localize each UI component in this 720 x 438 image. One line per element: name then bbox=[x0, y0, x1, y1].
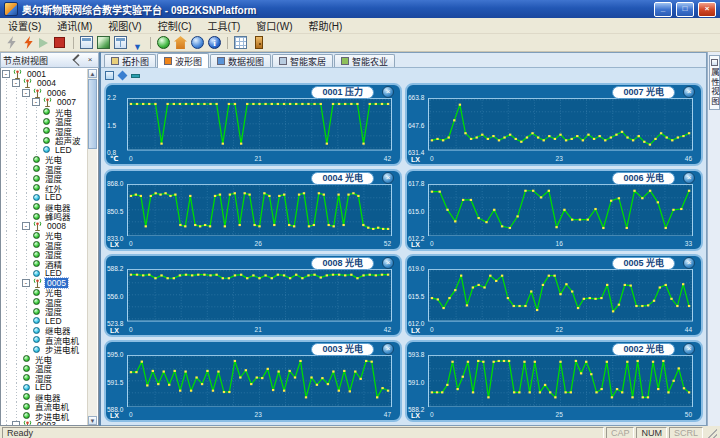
user-blue-icon[interactable] bbox=[191, 36, 204, 49]
y-axis-tick: 2.2 bbox=[107, 94, 126, 101]
table-icon[interactable] bbox=[234, 36, 247, 49]
snapshot-icon[interactable] bbox=[105, 71, 114, 80]
info-blue-icon[interactable] bbox=[208, 36, 221, 49]
chart-close-button[interactable]: × bbox=[382, 343, 394, 355]
window-new-icon[interactable] bbox=[80, 36, 93, 49]
menu-item-6[interactable]: 帮助(H) bbox=[300, 18, 350, 33]
status-scrl: SCRL bbox=[669, 427, 703, 438]
minimize-button[interactable]: _ bbox=[654, 2, 672, 17]
lightning-red-icon[interactable] bbox=[22, 36, 35, 49]
expand-box-icon[interactable]: - bbox=[12, 79, 20, 87]
tree-node-0001[interactable]: -0001 bbox=[2, 69, 88, 79]
expand-box-icon[interactable]: - bbox=[22, 89, 30, 97]
menu-item-4[interactable]: 工具(T) bbox=[200, 18, 249, 33]
x-axis-tick: 0 bbox=[430, 240, 434, 247]
scroll-down-icon[interactable]: ▼ bbox=[88, 416, 97, 425]
tree-sensor-湿度[interactable]: 湿度 bbox=[2, 373, 88, 383]
tree-node-0006[interactable]: -0006 bbox=[2, 88, 88, 98]
tree-sensor-LED[interactable]: LED bbox=[2, 269, 88, 279]
tree-sensor-湿度[interactable]: 湿度 bbox=[2, 307, 88, 317]
bulb-green-icon bbox=[23, 403, 30, 410]
chart-close-button[interactable]: × bbox=[382, 257, 394, 269]
chart-close-button[interactable]: × bbox=[683, 343, 695, 355]
tree-sensor-蜂鸣器[interactable]: 蜂鸣器 bbox=[2, 212, 88, 222]
tree-node-0003[interactable]: -0003 bbox=[2, 421, 88, 426]
chart-close-button[interactable]: × bbox=[683, 257, 695, 269]
lightning-grey-icon[interactable] bbox=[5, 36, 18, 49]
image-icon[interactable] bbox=[97, 36, 110, 49]
scroll-thumb[interactable] bbox=[88, 79, 97, 149]
tree-sensor-温度[interactable]: 温度 bbox=[2, 117, 88, 127]
tree-sensor-步进电机[interactable]: 步进电机 bbox=[2, 411, 88, 421]
chart-close-button[interactable]: × bbox=[382, 172, 394, 184]
stop-icon[interactable] bbox=[54, 37, 65, 48]
resize-grip[interactable] bbox=[705, 427, 717, 438]
tab-data-view[interactable]: 数据视图 bbox=[210, 54, 271, 67]
property-view-tab[interactable]: 属性视图 bbox=[709, 55, 720, 110]
arrow-down-icon[interactable] bbox=[131, 36, 144, 49]
chart-close-button[interactable]: × bbox=[683, 86, 695, 98]
clock-green-icon[interactable] bbox=[157, 36, 170, 49]
tab-waveform[interactable]: 波形图 bbox=[157, 53, 209, 68]
x-axis-tick: 0 bbox=[430, 155, 434, 162]
chart-close-button[interactable]: × bbox=[683, 172, 695, 184]
tab-smart-home[interactable]: 智能家居 bbox=[272, 54, 333, 67]
dash-icon[interactable] bbox=[131, 74, 140, 78]
tab-smart-farm[interactable]: 智能农业 bbox=[334, 54, 395, 67]
play-icon[interactable] bbox=[39, 38, 48, 48]
antenna-icon bbox=[32, 221, 43, 231]
menu-item-5[interactable]: 窗口(W) bbox=[248, 18, 300, 33]
tree-scrollbar[interactable]: ▲ ▼ bbox=[87, 69, 97, 425]
chart-title: 0002 光电 bbox=[612, 343, 675, 356]
y-axis-tick: 647.6 bbox=[408, 122, 427, 129]
close-button[interactable]: × bbox=[698, 2, 716, 17]
tree-node-0007[interactable]: -0007 bbox=[2, 98, 88, 108]
chart-plot bbox=[428, 269, 693, 322]
tab-topology[interactable]: 拓扑图 bbox=[104, 54, 156, 67]
expand-box-icon[interactable]: - bbox=[12, 421, 20, 425]
menu-item-0[interactable]: 设置(S) bbox=[0, 18, 49, 33]
tree-sensor-超声波[interactable]: 超声波 bbox=[2, 136, 88, 146]
home-orange-icon[interactable] bbox=[174, 36, 187, 49]
diamond-icon[interactable] bbox=[118, 70, 128, 80]
chart-panel-0001: 0001 压力×2.21.50.802142℃ bbox=[104, 83, 402, 166]
status-num: NUM bbox=[636, 427, 667, 438]
pin-icon[interactable] bbox=[72, 54, 84, 66]
exit-door-icon[interactable] bbox=[255, 36, 263, 49]
chart-title: 0003 光电 bbox=[311, 343, 374, 356]
bulb-cyan-icon bbox=[33, 346, 40, 353]
bulb-green-icon bbox=[33, 241, 40, 248]
y-axis-tick: 617.8 bbox=[408, 180, 427, 187]
maximize-button[interactable]: □ bbox=[676, 2, 694, 17]
bulb-cyan-icon bbox=[33, 336, 40, 343]
chart-close-button[interactable]: × bbox=[382, 86, 394, 98]
bulb-green-icon bbox=[33, 251, 40, 258]
y-axis-tick: 619.0 bbox=[408, 265, 427, 272]
chart-panel-0003: 0003 光电×595.0591.5588.002347LX bbox=[104, 340, 402, 423]
dock-header: 节点树视图 × bbox=[0, 52, 99, 68]
tree-sensor-红外[interactable]: 红外 bbox=[2, 183, 88, 193]
bulb-green-icon bbox=[33, 289, 40, 296]
unit-label: LX bbox=[411, 156, 420, 163]
expand-box-icon[interactable]: - bbox=[32, 98, 40, 106]
data-view-icon bbox=[217, 57, 225, 65]
expand-box-icon[interactable]: - bbox=[22, 279, 30, 287]
bulb-cyan-icon bbox=[33, 270, 40, 277]
x-axis-tick: 42 bbox=[384, 155, 391, 162]
main-toolbar bbox=[0, 34, 720, 52]
menu-item-2[interactable]: 视图(V) bbox=[100, 18, 149, 33]
x-axis-tick: 25 bbox=[556, 411, 563, 418]
menu-item-1[interactable]: 通讯(M) bbox=[49, 18, 100, 33]
expand-box-icon[interactable]: - bbox=[2, 70, 10, 78]
bulb-green-icon bbox=[23, 365, 30, 372]
tree-node-0004[interactable]: -0004 bbox=[2, 79, 88, 89]
unit-label: LX bbox=[110, 327, 119, 334]
window-grid-icon[interactable] bbox=[114, 36, 127, 49]
scroll-up-icon[interactable]: ▲ bbox=[88, 69, 97, 78]
tree-sensor-酒精[interactable]: 酒精 bbox=[2, 259, 88, 269]
dock-close-icon[interactable]: × bbox=[84, 54, 96, 66]
tree-sensor-光电[interactable]: 光电 bbox=[2, 107, 88, 117]
expand-box-icon[interactable]: - bbox=[22, 222, 30, 230]
menu-item-3[interactable]: 控制(C) bbox=[150, 18, 200, 33]
bulb-green-icon bbox=[33, 184, 40, 191]
